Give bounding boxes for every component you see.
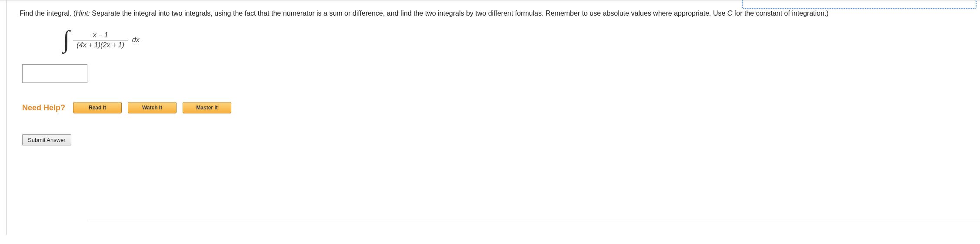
- watch-it-button[interactable]: Watch It: [128, 102, 177, 113]
- integral-fraction: x − 1 (4x + 1)(2x + 1): [73, 31, 127, 49]
- question-content: Find the integral. (Hint: Separate the i…: [6, 0, 980, 235]
- question-prompt: Find the integral. (Hint: Separate the i…: [20, 8, 970, 18]
- dx-term: dx: [132, 36, 140, 44]
- prompt-text-after: for the constant of integration.): [732, 10, 828, 17]
- master-it-button[interactable]: Master It: [183, 102, 231, 113]
- hint-label: Hint:: [76, 10, 90, 17]
- fraction-numerator: x − 1: [89, 31, 111, 40]
- integral-sign: ∫: [63, 27, 70, 51]
- submit-answer-button[interactable]: Submit Answer: [22, 134, 71, 145]
- fraction-denominator: (4x + 1)(2x + 1): [73, 40, 127, 49]
- integral-expression: ∫ x − 1 (4x + 1)(2x + 1) dx: [63, 26, 970, 54]
- constant-c: C: [727, 10, 733, 17]
- read-it-button[interactable]: Read It: [73, 102, 122, 113]
- page-root: Find the integral. (Hint: Separate the i…: [0, 0, 980, 244]
- divider-line: [89, 220, 980, 220]
- prompt-text-before: Find the integral. (: [20, 10, 76, 17]
- need-help-row: Need Help? Read It Watch It Master It: [22, 102, 970, 113]
- hint-text: Separate the integral into two integrals…: [90, 10, 727, 17]
- need-help-label: Need Help?: [22, 103, 65, 112]
- answer-input[interactable]: [22, 64, 87, 83]
